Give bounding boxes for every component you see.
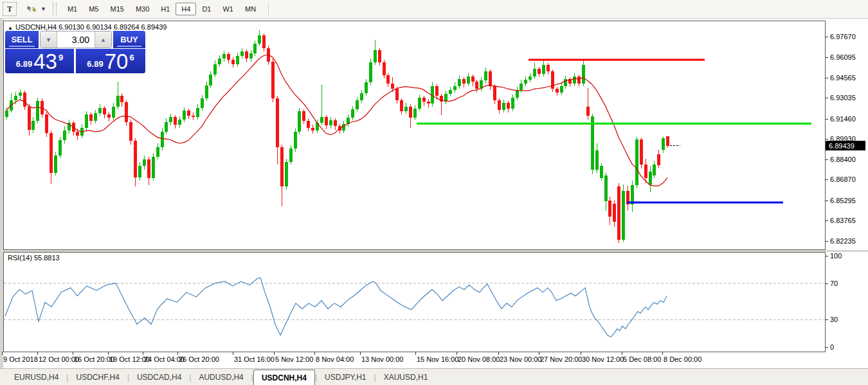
tab-eurusd[interactable]: EURUSD,H4 — [6, 369, 66, 385]
candle-body — [231, 60, 235, 64]
volume-decrease-button[interactable]: ▼ — [41, 31, 57, 48]
candle-body — [471, 76, 475, 82]
time-tick-label: 20 Nov 08:00 — [458, 355, 500, 363]
tab-usdcnh[interactable]: USDCNH,H4 — [253, 370, 315, 385]
price-tick-label: 6.85295 — [830, 197, 856, 204]
left-margin-strip — [0, 18, 3, 368]
candle-body — [5, 111, 8, 117]
time-tick-label: 9 Oct 2018 — [3, 355, 38, 363]
candle-body — [542, 65, 545, 74]
candle-body — [161, 132, 164, 148]
candle-body — [253, 44, 257, 53]
candle-body — [640, 139, 643, 165]
candle-body — [351, 109, 354, 118]
timeframe-button-mn[interactable]: MN — [239, 3, 262, 15]
candle-body — [533, 69, 536, 76]
chart-title: ▲USDCNH,H4 6.90130 6.90134 6.89264 6.894… — [8, 23, 167, 31]
candle-body — [98, 108, 102, 113]
candle-body — [418, 98, 421, 108]
candle-body — [662, 138, 665, 150]
candle-body — [196, 108, 199, 117]
candle-body — [360, 93, 363, 100]
mt4-window: T ▼ M1M5M15M30H1H4D1W1MN 6.976706.960956… — [0, 0, 868, 385]
volume-increase-button[interactable]: ▲ — [95, 31, 111, 48]
candle-body — [649, 172, 652, 184]
candle-body — [178, 120, 181, 125]
candle-body — [391, 84, 394, 89]
rsi-pane[interactable] — [4, 253, 826, 352]
candle-body — [63, 130, 66, 140]
sell-button[interactable]: SELL — [5, 31, 39, 48]
candle-body — [271, 62, 275, 99]
timeframe-button-h4[interactable]: H4 — [176, 3, 196, 15]
candle-body — [334, 120, 337, 126]
timeframe-button-m15[interactable]: M15 — [104, 3, 129, 15]
candle-body — [622, 191, 625, 239]
time-tick-label: 15 Nov 16:00 — [417, 355, 458, 363]
toolbar-grip[interactable] — [53, 3, 57, 15]
candle-body — [409, 107, 412, 118]
candle-body — [449, 90, 452, 94]
timeframe-button-m30[interactable]: M30 — [130, 3, 155, 15]
candle-body — [187, 111, 190, 116]
candle-body — [258, 35, 261, 43]
candle-body — [369, 62, 372, 83]
price-tick-label: 6.96095 — [830, 53, 856, 61]
candle-body — [23, 93, 26, 107]
toolbar: T ▼ M1M5M15M30H1H4D1W1MN — [0, 0, 868, 19]
candle-body — [644, 165, 647, 178]
price-tick-label: 6.93035 — [830, 94, 856, 102]
candle-body — [28, 107, 31, 130]
timeframe-button-d1[interactable]: D1 — [196, 3, 217, 15]
candle-body — [489, 71, 492, 86]
candle-body — [325, 117, 328, 125]
candle-body — [502, 103, 505, 109]
timeframe-button-w1[interactable]: W1 — [217, 3, 239, 15]
volume-input[interactable]: 3.00 — [57, 31, 95, 48]
candle-body — [222, 54, 226, 58]
candle-body — [165, 122, 168, 131]
tab-xauusd[interactable]: XAUUSD,H1 — [376, 369, 436, 385]
buy-price-pipette: 6 — [129, 53, 134, 62]
tab-usdchf[interactable]: USDCHF,H4 — [68, 369, 127, 385]
timeframe-button-m5[interactable]: M5 — [83, 3, 104, 15]
time-tick-label: 30 Nov 12:00 — [582, 355, 624, 363]
tab-usdcad[interactable]: USDCAD,H4 — [129, 369, 189, 385]
candle-body — [289, 148, 293, 162]
candle-body — [174, 117, 177, 125]
time-tick-label: 8 Nov 04:00 — [316, 355, 354, 363]
timeframe-button-h1[interactable]: H1 — [155, 3, 176, 15]
buy-button[interactable]: BUY — [113, 31, 145, 48]
pane-divider[interactable] — [0, 250, 868, 252]
candle-body — [320, 117, 323, 123]
candle-body — [54, 156, 57, 173]
dropdown-caret-icon: ▼ — [41, 6, 46, 12]
candle-body — [365, 82, 368, 93]
symbol-marker-icon: ▲ — [8, 25, 13, 31]
text-tool-button[interactable]: T — [3, 2, 17, 16]
sell-price-prefix: 6.89 — [16, 59, 32, 69]
tab-audusd[interactable]: AUDUSD,H4 — [191, 369, 251, 385]
sell-price-main: 43 — [33, 52, 57, 71]
candle-body — [498, 100, 501, 109]
timeframe-button-m1[interactable]: M1 — [62, 3, 83, 15]
buy-price-box[interactable]: 6.89 70 6 — [76, 49, 145, 73]
candle-body — [600, 166, 603, 178]
arrows-tool-button[interactable]: ▼ — [26, 3, 46, 15]
time-tick-label: 23 Nov 00:00 — [500, 355, 541, 363]
candle-body — [435, 86, 439, 96]
candle-body — [413, 109, 417, 118]
candle-body — [32, 121, 35, 129]
buy-price-prefix: 6.89 — [87, 59, 103, 69]
sell-price-box[interactable]: 6.89 43 9 — [5, 49, 74, 73]
candle-body — [586, 107, 590, 116]
tab-bar-lead — [0, 369, 6, 385]
tab-usdjpy[interactable]: USDJPY,H1 — [317, 369, 374, 385]
candle-body — [462, 79, 466, 83]
rsi-level-label: 100 — [830, 252, 842, 260]
price-tick-label: 6.82235 — [830, 237, 856, 245]
candle-body — [236, 56, 239, 64]
time-tick-label: 5 Dec 08:00 — [623, 355, 661, 363]
one-click-trading-panel: SELL ▼ 3.00 ▲ BUY 6.89 43 9 6.89 70 6 — [5, 31, 145, 73]
candle-body — [45, 114, 48, 133]
